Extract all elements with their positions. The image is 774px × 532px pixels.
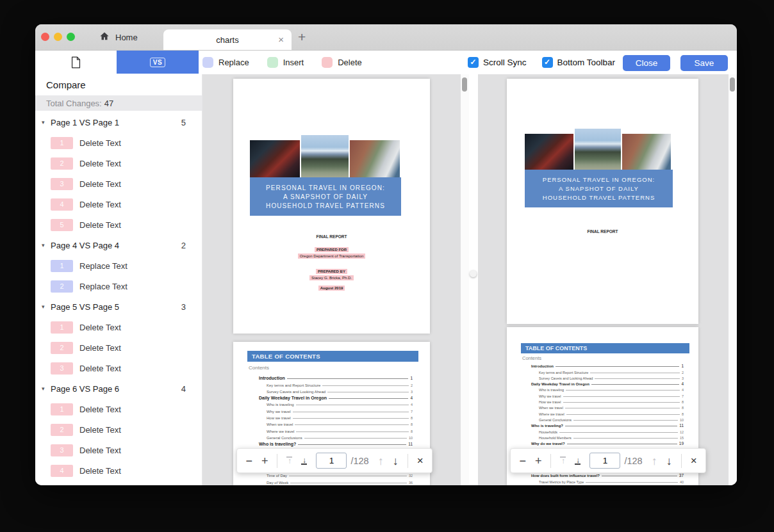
traffic-light-minimize-button[interactable] bbox=[54, 33, 62, 41]
page-number-input[interactable] bbox=[316, 453, 347, 469]
toolbar-divider bbox=[681, 454, 682, 468]
toc-entry-title: When we travel bbox=[267, 423, 293, 426]
checkbox-bottom-toolbar[interactable]: ✓Bottom Toolbar bbox=[542, 57, 616, 68]
change-item[interactable]: 1Delete Text bbox=[35, 133, 202, 153]
document-icon[interactable] bbox=[70, 56, 81, 71]
change-item[interactable]: 2Delete Text bbox=[35, 419, 202, 440]
first-page-button[interactable]: ↑ bbox=[560, 456, 566, 465]
scrollbar-thumb[interactable] bbox=[462, 77, 467, 92]
previous-page-button[interactable]: ↑ bbox=[378, 455, 384, 467]
cover-photos bbox=[250, 135, 400, 179]
change-item[interactable]: 4Delete Text bbox=[35, 460, 202, 481]
toc-entry-title: Key terms and Report Structure bbox=[539, 371, 588, 375]
home-tab-label: Home bbox=[115, 33, 138, 42]
close-toolbar-button[interactable]: × bbox=[691, 455, 697, 466]
toc-leader bbox=[591, 384, 679, 385]
group-header[interactable]: ▾Page 1 VS Page 15 bbox=[35, 112, 202, 133]
change-item[interactable]: 1Delete Text bbox=[35, 399, 202, 419]
toc-leader bbox=[329, 398, 408, 399]
change-item[interactable]: 3Delete Text bbox=[35, 440, 202, 460]
toc-leader bbox=[296, 405, 409, 405]
toc-page-number: 11 bbox=[679, 423, 684, 428]
last-page-button[interactable]: ↓ bbox=[301, 456, 307, 465]
chevron-down-icon: ▾ bbox=[42, 119, 51, 125]
traffic-light-zoom-button[interactable] bbox=[67, 33, 75, 41]
change-item[interactable]: 2Delete Text bbox=[35, 153, 202, 173]
toc-banner: TABLE OF CONTENTS bbox=[247, 351, 418, 362]
group-header[interactable]: ▾Page 4 VS Page 42 bbox=[35, 235, 202, 255]
legend-item-insert: Insert bbox=[267, 57, 304, 68]
zoom-out-button[interactable]: − bbox=[245, 455, 252, 467]
previous-page-button[interactable]: ↑ bbox=[652, 455, 657, 467]
group-header[interactable]: ▾Page 5 VS Page 53 bbox=[35, 296, 202, 317]
toc-row: Who is traveling4 bbox=[259, 400, 413, 407]
change-item[interactable]: 3Delete Text bbox=[35, 173, 202, 194]
save-button[interactable]: Save bbox=[680, 55, 728, 71]
change-label: Delete Text bbox=[79, 159, 121, 168]
compare-mode-button[interactable]: VS bbox=[117, 51, 199, 74]
close-button[interactable]: Close bbox=[623, 55, 670, 71]
checkbox-checked-icon[interactable]: ✓ bbox=[468, 57, 479, 68]
zoom-in-button[interactable]: + bbox=[261, 455, 268, 467]
car-passengers-photo bbox=[250, 140, 300, 179]
change-label: Delete Text bbox=[79, 200, 121, 209]
checkbox-checked-icon[interactable]: ✓ bbox=[542, 57, 553, 68]
toc-page-number: 8 bbox=[682, 406, 684, 410]
zoom-out-button[interactable]: − bbox=[519, 455, 526, 467]
toc-leader bbox=[295, 424, 409, 425]
toc-subtitle: Contents bbox=[249, 365, 269, 371]
tab-close-icon[interactable]: × bbox=[278, 35, 284, 44]
change-item[interactable]: 2Delete Text bbox=[35, 337, 202, 358]
pane-divider[interactable] bbox=[469, 74, 478, 485]
sidebar-title: Compare bbox=[46, 79, 86, 90]
left-pane-scrollbar[interactable] bbox=[461, 74, 469, 485]
change-item[interactable]: 3Delete Text bbox=[35, 358, 202, 378]
next-page-button[interactable]: ↓ bbox=[666, 455, 672, 467]
change-item[interactable]: 1Replace Text bbox=[35, 255, 202, 276]
legend-label: Insert bbox=[283, 58, 304, 67]
toc-leader bbox=[586, 482, 678, 483]
checkbox-scroll-sync[interactable]: ✓Scroll Sync bbox=[468, 57, 527, 68]
next-page-button[interactable]: ↓ bbox=[393, 455, 399, 467]
change-item[interactable]: 2Replace Text bbox=[35, 276, 202, 296]
change-label: Delete Text bbox=[79, 405, 121, 414]
toc-leader bbox=[565, 408, 680, 408]
group-count: 3 bbox=[181, 302, 186, 312]
legend-item-delete: Delete bbox=[322, 57, 362, 68]
traffic-light-close-button[interactable] bbox=[41, 33, 49, 41]
change-item[interactable]: 5Delete Text bbox=[35, 214, 202, 235]
right-pane-scrollbar[interactable] bbox=[729, 74, 737, 485]
divider-handle[interactable] bbox=[470, 270, 477, 277]
new-tab-button[interactable]: + bbox=[298, 30, 306, 44]
close-toolbar-button[interactable]: × bbox=[417, 455, 424, 466]
toc-page-number: 8 bbox=[682, 400, 684, 404]
toc-entry-title: Why we travel bbox=[539, 394, 561, 398]
group-count: 4 bbox=[181, 384, 186, 394]
toc-entries-below-toolbar: How does built form influence travel?37T… bbox=[531, 472, 684, 484]
change-item[interactable]: 1Delete Text bbox=[35, 317, 202, 337]
change-badge-delete: 1 bbox=[51, 321, 73, 334]
last-page-button[interactable]: ↓ bbox=[575, 456, 580, 465]
toc-page-number: 3 bbox=[682, 376, 684, 380]
zoom-in-button[interactable]: + bbox=[535, 455, 542, 467]
group-header[interactable]: ▾Page 6 VS Page 64 bbox=[35, 378, 202, 399]
toc-row: Where we travel8 bbox=[259, 426, 413, 433]
page-number-input[interactable] bbox=[589, 453, 620, 469]
scrollbar-thumb[interactable] bbox=[730, 77, 735, 92]
tab-charts[interactable]: charts × bbox=[163, 29, 292, 50]
compare-sidebar: Compare Total Changes: 47 ▾Page 1 VS Pag… bbox=[35, 74, 202, 485]
toc-row: General Conclusions10 bbox=[259, 433, 413, 440]
toc-leader bbox=[565, 426, 677, 426]
content-area: Compare Total Changes: 47 ▾Page 1 VS Pag… bbox=[35, 74, 737, 485]
legend-label: Delete bbox=[338, 58, 362, 67]
first-page-button[interactable]: ↑ bbox=[286, 456, 292, 465]
toc-leader bbox=[566, 414, 680, 415]
change-item[interactable]: 4Delete Text bbox=[35, 194, 202, 214]
change-badge-delete: 3 bbox=[51, 362, 73, 375]
toc-leader bbox=[322, 385, 409, 386]
total-changes-bar: Total Changes: 47 bbox=[35, 95, 202, 111]
toc-entry-title: Who is traveling? bbox=[531, 424, 563, 428]
change-badge-delete: 4 bbox=[51, 465, 73, 477]
toc-row: Households12 bbox=[531, 428, 684, 433]
home-tab[interactable]: Home bbox=[94, 24, 143, 50]
